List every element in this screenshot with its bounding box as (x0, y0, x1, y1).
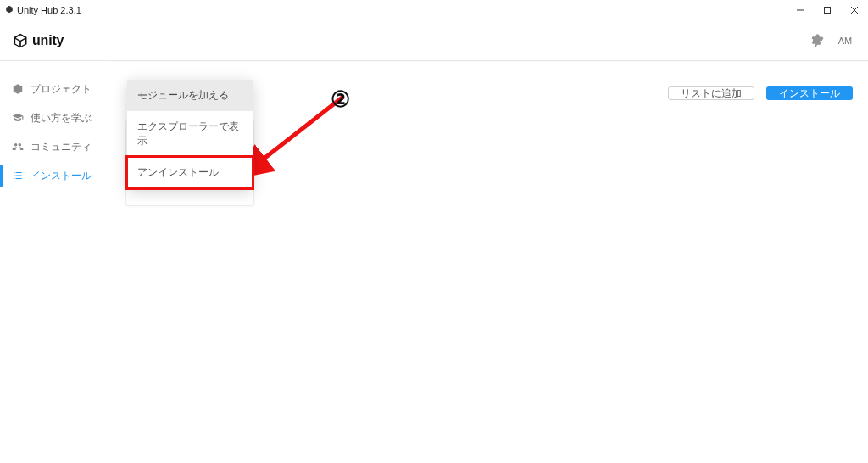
svg-rect-0 (825, 8, 831, 14)
sidebar-item-label: プロジェクト (31, 82, 92, 97)
user-avatar[interactable]: AM (834, 30, 856, 52)
install-button[interactable]: インストール (766, 86, 853, 100)
list-icon (12, 170, 24, 181)
window-minimize[interactable] (787, 0, 814, 20)
sidebar-item-projects[interactable]: プロジェクト (0, 75, 110, 103)
sidebar-item-label: コミュニティ (31, 140, 92, 154)
people-icon (12, 141, 24, 153)
main-panel: インストール リストに追加 インストール モジュールを加える エクスプローラーで… (110, 61, 868, 463)
install-context-menu: モジュールを加える エクスプローラーで表示 アンインストール (127, 80, 253, 188)
sidebar-item-label: インストール (31, 169, 92, 183)
unity-logo: unity (12, 32, 64, 49)
sidebar-item-label: 使い方を学ぶ (31, 111, 92, 126)
unity-app-icon (5, 5, 14, 15)
app-header: unity AM (0, 21, 868, 61)
cap-icon (12, 112, 24, 124)
window-maximize[interactable] (814, 0, 841, 20)
settings-button[interactable] (809, 33, 824, 48)
locate-button[interactable]: リストに追加 (668, 86, 754, 100)
sidebar-item-community[interactable]: コミュニティ (0, 132, 110, 161)
gear-icon (809, 33, 824, 48)
window-close[interactable] (841, 0, 868, 20)
sidebar-item-learn[interactable]: 使い方を学ぶ (0, 103, 110, 132)
menu-item-show-in-explorer[interactable]: エクスプローラーで表示 (127, 111, 253, 157)
menu-item-add-modules[interactable]: モジュールを加える (127, 80, 253, 111)
user-initials: AM (838, 36, 853, 46)
unity-brand-text: unity (32, 33, 64, 48)
sidebar: プロジェクト 使い方を学ぶ コミュニティ インストール (0, 61, 110, 463)
window-titlebar: Unity Hub 2.3.1 (0, 0, 868, 21)
cube-icon (12, 83, 24, 95)
sidebar-item-installs[interactable]: インストール (0, 161, 110, 190)
unity-cube-icon (12, 32, 29, 49)
menu-item-uninstall[interactable]: アンインストール (127, 157, 253, 188)
window-title: Unity Hub 2.3.1 (17, 5, 81, 15)
